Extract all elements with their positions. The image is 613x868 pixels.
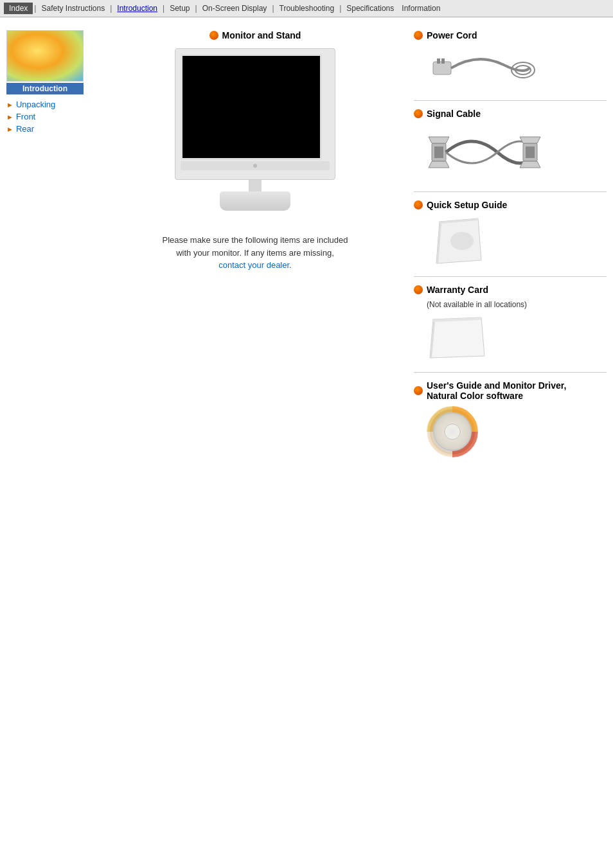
power-cord-header: Power Cord: [414, 30, 607, 40]
warranty-header: Warranty Card: [414, 285, 607, 295]
arrow-icon-front: ►: [6, 113, 13, 121]
nav-sep-5: |: [271, 4, 275, 13]
svg-marker-11: [520, 137, 540, 143]
center-content: Monitor and Stand Please make sure the f…: [103, 24, 407, 481]
nav-onscreen[interactable]: On-Screen Display: [199, 3, 271, 14]
sidebar-thumbnail: [6, 30, 84, 82]
sidebar-front-label: Front: [16, 112, 35, 121]
nav-setup[interactable]: Setup: [166, 3, 193, 14]
sidebar-unpacking-label: Unpacking: [16, 100, 55, 109]
nav-sep-4: |: [194, 4, 199, 13]
quick-guide-svg: [427, 215, 491, 267]
quick-setup-image: [427, 215, 607, 269]
bullet-icon-warranty: [414, 285, 423, 294]
nav-safety[interactable]: Safety Instructions: [37, 3, 109, 14]
contact-dealer-link[interactable]: contact your dealer: [218, 260, 289, 270]
signal-cable-svg: [427, 124, 542, 182]
sidebar: Introduction ► Unpacking ► Front ► Rear: [0, 24, 103, 481]
cd-svg: [427, 406, 478, 457]
caption-line2: with your monitor. If any items are miss…: [176, 248, 334, 258]
sidebar-item-rear[interactable]: ► Rear: [6, 124, 96, 134]
caption-area: Please make sure the following items are…: [162, 234, 348, 272]
svg-marker-17: [430, 317, 484, 358]
warranty-card-svg: [427, 314, 491, 362]
quick-setup-section: Quick Setup Guide: [414, 200, 607, 277]
sidebar-label: Introduction: [6, 83, 84, 94]
svg-marker-7: [429, 137, 449, 143]
bullet-icon-power: [414, 31, 423, 40]
bullet-icon-cd: [414, 386, 423, 395]
users-guide-label-block: User's Guide and Monitor Driver, Natural…: [427, 380, 566, 401]
svg-marker-8: [429, 161, 449, 168]
bullet-icon-monitor: [209, 31, 218, 40]
monitor-power-dot: [253, 164, 257, 168]
cd-image: [427, 406, 607, 459]
power-cord-image: [427, 46, 607, 93]
svg-marker-12: [520, 161, 540, 168]
nav-sep-3: |: [161, 4, 166, 13]
svg-rect-1: [437, 58, 440, 64]
nav-introduction[interactable]: Introduction: [113, 3, 161, 14]
monitor-label-text: Monitor and Stand: [222, 30, 301, 40]
svg-rect-2: [441, 58, 445, 64]
arrow-icon-unpacking: ►: [6, 101, 13, 109]
warranty-subtext: (Not available in all locations): [427, 300, 607, 309]
bullet-icon-signal: [414, 109, 423, 118]
power-cord-svg: [427, 46, 542, 91]
signal-cable-header: Signal Cable: [414, 109, 607, 119]
sidebar-rear-label: Rear: [16, 124, 34, 134]
monitor-label: Monitor and Stand: [209, 30, 301, 40]
warranty-section: Warranty Card (Not available in all loca…: [414, 285, 607, 373]
monitor-neck: [249, 180, 262, 191]
nav-sep-2: |: [109, 4, 113, 13]
quick-setup-header: Quick Setup Guide: [414, 200, 607, 210]
nav-information[interactable]: Information: [398, 3, 444, 14]
svg-rect-10: [526, 146, 535, 158]
arrow-icon-rear: ►: [6, 125, 13, 133]
main-content: Introduction ► Unpacking ► Front ► Rear …: [0, 17, 613, 488]
users-guide-label-line1: User's Guide and Monitor Driver,: [427, 380, 566, 391]
users-guide-section: User's Guide and Monitor Driver, Natural…: [414, 380, 607, 467]
svg-rect-6: [434, 146, 443, 158]
monitor-section: Monitor and Stand: [175, 30, 335, 211]
sidebar-item-unpacking[interactable]: ► Unpacking: [6, 100, 96, 109]
svg-point-15: [450, 232, 474, 250]
signal-cable-section: Signal Cable: [414, 109, 607, 192]
signal-cable-label: Signal Cable: [427, 109, 481, 119]
bullet-icon-guide: [414, 200, 423, 209]
monitor-bottom-bar: [181, 161, 330, 170]
quick-setup-label: Quick Setup Guide: [427, 200, 507, 210]
monitor-screen: [181, 54, 322, 160]
power-cord-label: Power Cord: [427, 30, 477, 40]
users-guide-header: User's Guide and Monitor Driver, Natural…: [414, 380, 607, 401]
nav-index[interactable]: Index: [4, 3, 33, 14]
svg-point-26: [449, 429, 456, 435]
caption-line1: Please make sure the following items are…: [162, 235, 348, 245]
users-guide-label-line2: Natural Color software: [427, 391, 566, 401]
caption-period: .: [289, 260, 292, 270]
nav-sep-1: |: [33, 4, 37, 13]
nav-specifications[interactable]: Specifications: [342, 3, 398, 14]
warranty-label: Warranty Card: [427, 285, 488, 295]
right-content: Power Cord Si: [407, 24, 613, 481]
monitor-base: [220, 191, 290, 211]
warranty-image: [427, 314, 607, 364]
navbar: Index | Safety Instructions | Introducti…: [0, 0, 613, 17]
nav-sep-6: |: [338, 4, 342, 13]
signal-cable-image: [427, 124, 607, 184]
nav-troubleshooting[interactable]: Troubleshooting: [276, 3, 339, 14]
power-cord-section: Power Cord: [414, 30, 607, 101]
monitor-illustration: [175, 48, 335, 180]
sidebar-item-front[interactable]: ► Front: [6, 112, 96, 121]
